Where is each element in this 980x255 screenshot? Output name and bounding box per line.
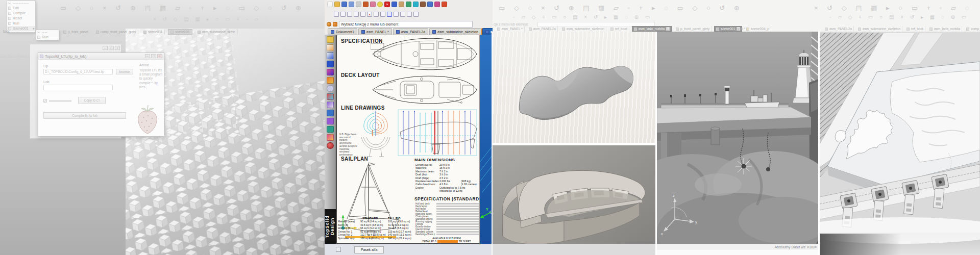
context-icon[interactable] — [327, 22, 331, 27]
grid-icon[interactable] — [336, 247, 341, 252]
tab-dokument1[interactable]: Dokument1 — [328, 28, 357, 35]
cut-menu-item[interactable]: ✂ ┄┄┄┄┄┄ — [7, 1, 35, 6]
compile-button[interactable]: Compile lip to lob — [43, 112, 126, 119]
dialog-titlebar[interactable]: Topsolid_LTL(lip_to_lob) ─ □ × — [38, 53, 164, 60]
tab-scene004-faded[interactable]: scene004_p — [745, 26, 771, 32]
tab-asm-panel2a[interactable]: asm_PANEL2a — [393, 28, 428, 35]
tab-scene001-2[interactable]: scene001 — [168, 29, 192, 35]
pencil-icon[interactable] — [327, 44, 334, 51]
fillet-tool-icon[interactable] — [407, 12, 412, 17]
lamp-icon[interactable] — [377, 2, 383, 7]
menu-item-reset[interactable]: Reset — [7, 16, 35, 21]
target-icon[interactable] — [333, 22, 337, 27]
rib-icon[interactable] — [327, 134, 334, 141]
plug-icon[interactable] — [363, 2, 369, 7]
tab-asm-lada-rozbita-selected[interactable]: asm_lada_rozbita× — [632, 26, 672, 32]
menu-item-compile[interactable]: Compile — [7, 11, 35, 16]
close-tab-icon[interactable]: × — [666, 27, 670, 31]
lip-path-field[interactable]: D:\_TOPSOLID\Config_6_19\API\test.lip — [43, 69, 113, 74]
pen-icon[interactable] — [327, 53, 334, 59]
undo-icon[interactable] — [391, 2, 397, 7]
prism-icon[interactable] — [327, 110, 334, 116]
submenu-item-run[interactable]: Run — [36, 35, 59, 40]
tree-icon[interactable] — [406, 2, 411, 7]
info-icon[interactable] — [349, 2, 354, 7]
minimize-button[interactable]: ─ — [145, 54, 150, 58]
tab-p-front-panel-giety-faded[interactable]: p_front_panel_giety — [674, 26, 712, 32]
tab-ref-boat-far[interactable]: ref_boat — [905, 26, 925, 32]
tab-ref-boat-faded[interactable]: ref_boat — [609, 26, 629, 32]
open-icon[interactable] — [334, 2, 340, 7]
close-button[interactable]: × — [115, 46, 120, 50]
anchor-icon[interactable] — [442, 2, 447, 7]
close-button[interactable]: × — [157, 54, 162, 58]
surface-icon[interactable] — [327, 69, 334, 75]
tab-asm-panel2a-faded[interactable]: asm_PANEL2a — [527, 26, 558, 32]
tab-asm-panel[interactable]: asm_PANEL * — [358, 28, 392, 35]
print-icon[interactable] — [356, 2, 361, 7]
minimize-button[interactable]: ─ — [103, 46, 108, 50]
eraser-icon[interactable] — [399, 2, 404, 7]
doc-icon — [562, 28, 565, 31]
joint-icon[interactable] — [434, 2, 440, 7]
tab-asm-panel-faded[interactable]: asm_PANEL * — [496, 26, 525, 32]
line-tool-icon[interactable] — [347, 12, 352, 17]
maximize-button[interactable]: □ — [151, 54, 156, 58]
menu-item-edit[interactable]: Edit — [7, 6, 35, 11]
viewport-3d[interactable]: Y — [480, 35, 493, 244]
tab-asm-panel2a-far[interactable]: asm_PANEL2a — [823, 26, 854, 32]
app-icon — [40, 55, 43, 58]
point-tool-icon[interactable] — [360, 12, 365, 17]
submenu-cut-item[interactable]: ✂ ┄┄ — [36, 30, 59, 35]
tab-asm-submarine[interactable]: asm_submarine_skele — [195, 30, 238, 34]
tab-p-front-panel[interactable]: p_front_panel — [61, 30, 91, 34]
arc-tool-icon[interactable] — [380, 12, 385, 17]
copy-checkbox[interactable]: ✓ — [43, 99, 47, 103]
tab-boat[interactable]: boat — [1, 29, 12, 34]
delete-x-icon[interactable]: × — [384, 2, 390, 7]
new-file-icon[interactable] — [327, 2, 333, 7]
lob-path-field[interactable] — [43, 85, 113, 90]
tab-asm-lada-rozbita-far[interactable]: asm_lada_rozbita — [928, 26, 962, 32]
copy-to-c-button[interactable]: Copy to c:\ — [78, 97, 106, 104]
tab-comp-front-panel-giety[interactable]: comp_front_panel_giety — [94, 30, 138, 34]
hook-icon[interactable] — [427, 2, 433, 7]
corner-tool-icon[interactable] — [334, 12, 339, 17]
tab-asm-submarine-faded[interactable]: asm_submarine_skeleton — [560, 26, 606, 32]
curve-tool-icon[interactable] — [374, 12, 379, 17]
tab-comp-front-panel-far[interactable]: comp_front_panel — [965, 26, 980, 32]
tools-icon[interactable] — [420, 2, 426, 7]
spline-tool-icon[interactable] — [354, 12, 359, 17]
pasek-alfa-tab[interactable]: Pasek alfa — [354, 246, 384, 253]
menu-item-run[interactable]: Run — [7, 21, 35, 26]
link-icon[interactable] — [370, 2, 376, 7]
left-toolbar-icons: ▭ ◇ ○ × ↺ ⊕ ▤ ▦ ▱ ◦ + ▸ ◌ ▭ ◇ ○ ↺ ⊕ — [60, 4, 321, 12]
gum-icon[interactable] — [413, 2, 419, 7]
save-icon[interactable] — [341, 2, 347, 7]
maximize-button[interactable]: □ — [109, 46, 114, 50]
solid-icon[interactable] — [327, 61, 334, 67]
box-tool-icon[interactable] — [327, 36, 334, 43]
hook-tool-icon[interactable] — [394, 12, 399, 17]
tab-asm-submarine-skeleton[interactable]: asm_submarine_skeleton — [429, 28, 481, 35]
mid-tab-strip: asm_PANEL * asm_PANEL2a asm_submarine_sk… — [496, 26, 771, 32]
topsolid-tab-strip: Dokument1 asm_PANEL * asm_PANEL2a asm_su… — [328, 28, 508, 35]
checkbox-label-illegible — [49, 100, 71, 102]
shell-icon[interactable] — [327, 101, 334, 108]
browse-button[interactable]: browse — [116, 69, 133, 74]
thread-icon[interactable] — [327, 126, 334, 133]
sphere-icon[interactable] — [327, 142, 334, 149]
revolve-icon[interactable] — [327, 85, 334, 92]
active-sketch-tool-icon[interactable] — [387, 12, 392, 17]
tab-asm-submarine-far[interactable]: asm_submarine_skeleton — [856, 26, 902, 32]
right-statusbar: Absolutny układ ws: KUB= — [657, 244, 820, 250]
delete-tool-icon[interactable]: × — [367, 12, 372, 17]
tab-scene001[interactable]: scene001 — [141, 30, 165, 34]
rect-tool-icon[interactable] — [340, 12, 346, 17]
trim-tool-icon[interactable] — [413, 12, 419, 17]
pencil-tool-icon[interactable] — [400, 12, 405, 17]
yacht-spec-document[interactable]: SPECIFICATION DECK LAYOUT — [336, 35, 480, 244]
extrude-icon[interactable] — [327, 77, 334, 84]
loft-icon[interactable] — [327, 118, 334, 124]
pattern-icon[interactable] — [327, 93, 334, 100]
